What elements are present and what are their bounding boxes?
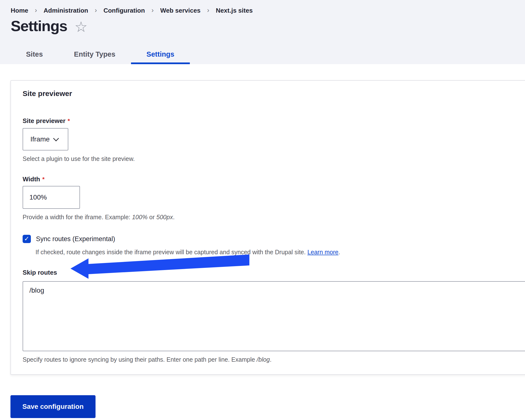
tab-sites[interactable]: Sites [10, 46, 58, 64]
breadcrumb-separator-icon: › [151, 7, 154, 14]
skip-routes-textarea[interactable]: /blog [23, 281, 525, 351]
breadcrumb-link-configuration[interactable]: Configuration [103, 7, 145, 14]
breadcrumb-separator-icon: › [95, 7, 97, 14]
site-previewer-field: Site previewer* Iframe Select a plugin t… [23, 117, 525, 162]
sync-routes-label[interactable]: Sync routes (Experimental) [36, 235, 115, 243]
site-previewer-label: Site previewer* [23, 117, 525, 125]
site-previewer-description: Select a plugin to use for the site prev… [23, 155, 525, 162]
checkmark-icon: ✓ [24, 235, 29, 242]
site-previewer-card: Site previewer Site previewer* Iframe Se… [10, 80, 525, 375]
sync-routes-checkbox[interactable]: ✓ [23, 235, 31, 243]
tab-settings[interactable]: Settings [131, 46, 190, 64]
skip-routes-desc-text: Specify routes to ignore syncing by usin… [23, 356, 257, 363]
section-title: Site previewer [23, 89, 525, 98]
width-label-text: Width [23, 176, 40, 183]
breadcrumb-link-home[interactable]: Home [11, 7, 28, 14]
skip-routes-desc-example: /blog [257, 356, 270, 363]
breadcrumb-link-nextjs-sites[interactable]: Next.js sites [216, 7, 253, 14]
width-field: Width* Provide a width for the iframe. E… [23, 176, 525, 221]
width-input[interactable] [23, 186, 80, 209]
site-previewer-select[interactable]: Iframe [23, 128, 68, 150]
breadcrumb: Home › Administration › Configuration › … [11, 7, 525, 14]
learn-more-link[interactable]: Learn more [308, 249, 338, 255]
breadcrumb-separator-icon: › [207, 7, 209, 14]
site-previewer-label-text: Site previewer [23, 117, 66, 124]
save-configuration-button[interactable]: Save configuration [10, 395, 95, 418]
skip-routes-label: Skip routes [23, 269, 525, 276]
tab-entity-types[interactable]: Entity Types [58, 46, 131, 64]
required-marker: * [42, 176, 45, 183]
width-description: Provide a width for the iframe. Example:… [23, 214, 525, 221]
tab-bar: Sites Entity Types Settings [10, 46, 190, 64]
page-title: Settings [11, 17, 67, 35]
skip-routes-field: Skip routes /blog Specify routes to igno… [23, 269, 525, 363]
sync-routes-row: ✓ Sync routes (Experimental) [23, 235, 525, 243]
sync-routes-description: If checked, route changes inside the ifr… [36, 249, 525, 256]
width-desc-text: or [148, 214, 156, 220]
skip-routes-description: Specify routes to ignore syncing by usin… [23, 356, 525, 363]
sync-routes-desc-suffix: . [338, 249, 340, 255]
width-desc-text: . [173, 214, 175, 220]
chevron-down-icon [53, 135, 59, 141]
skip-routes-desc-text: . [270, 356, 272, 363]
breadcrumb-link-administration[interactable]: Administration [44, 7, 88, 14]
width-label: Width* [23, 176, 525, 183]
breadcrumb-separator-icon: › [35, 7, 37, 14]
favorite-star-icon[interactable]: ☆ [75, 20, 88, 34]
main-content: Site previewer Site previewer* Iframe Se… [0, 80, 525, 418]
sync-routes-desc-text: If checked, route changes inside the ifr… [36, 249, 308, 255]
width-desc-example-1: 100% [132, 214, 148, 220]
title-row: Settings ☆ [11, 17, 525, 35]
page-header: Home › Administration › Configuration › … [0, 0, 525, 64]
breadcrumb-link-web-services[interactable]: Web services [160, 7, 200, 14]
required-marker: * [67, 118, 70, 124]
width-desc-text: Provide a width for the iframe. Example: [23, 214, 132, 220]
width-desc-example-2: 500px [156, 214, 173, 220]
site-previewer-selected-value: Iframe [30, 135, 50, 143]
sync-routes-field: ✓ Sync routes (Experimental) If checked,… [23, 235, 525, 256]
